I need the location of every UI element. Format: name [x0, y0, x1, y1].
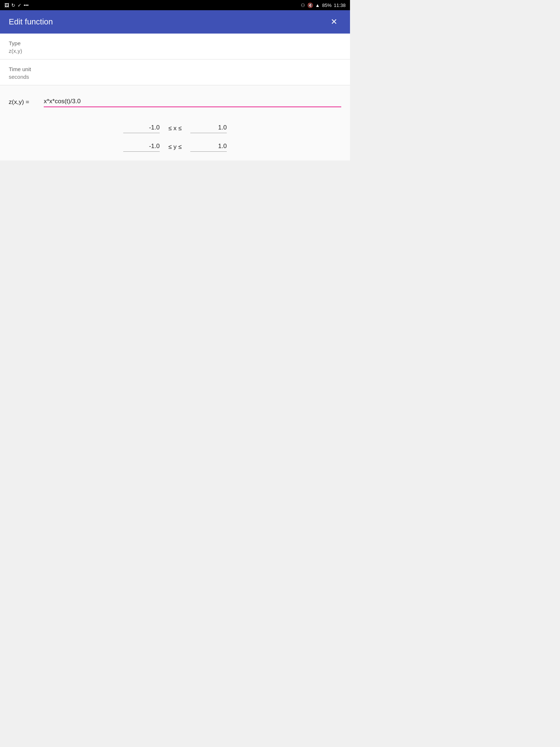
- mute-icon: 🔇: [307, 3, 313, 8]
- type-label: Type: [9, 40, 341, 46]
- time-label: 11:38: [334, 3, 346, 8]
- overflow-icon: •••: [24, 3, 29, 8]
- status-bar-right: ⚇ 🔇 ▲ 85% 11:38: [301, 3, 346, 8]
- y-range-row: ≤ y ≤: [9, 142, 341, 152]
- function-input[interactable]: [44, 97, 341, 107]
- type-value: z(x,y): [9, 48, 341, 54]
- y-min-input[interactable]: [123, 142, 160, 152]
- gallery-icon: 🖼: [4, 3, 9, 8]
- app-bar-title: Edit function: [9, 17, 53, 27]
- function-label: z(x,y) =: [9, 98, 38, 106]
- type-section: Type z(x,y): [0, 34, 350, 59]
- time-unit-section: Time unit seconds: [0, 59, 350, 85]
- x-min-input[interactable]: [123, 123, 160, 133]
- function-section: z(x,y) =: [0, 85, 350, 117]
- y-operator: ≤ y ≤: [164, 143, 186, 151]
- x-max-input[interactable]: [190, 123, 227, 133]
- close-icon: ✕: [331, 17, 337, 27]
- status-bar: 🖼 ↻ ✓ ••• ⚇ 🔇 ▲ 85% 11:38: [0, 0, 350, 10]
- sync-icon: ↻: [11, 3, 15, 8]
- content: Type z(x,y) Time unit seconds z(x,y) = ≤…: [0, 34, 350, 160]
- range-section: ≤ x ≤ ≤ y ≤: [0, 117, 350, 160]
- close-button[interactable]: ✕: [327, 15, 341, 29]
- page-body: [0, 160, 350, 416]
- y-max-input[interactable]: [190, 142, 227, 152]
- battery-label: 85%: [322, 3, 331, 8]
- app-bar: Edit function ✕: [0, 10, 350, 34]
- function-row: z(x,y) =: [9, 97, 341, 107]
- check-icon: ✓: [18, 3, 22, 8]
- bluetooth-icon: ⚇: [301, 3, 305, 8]
- signal-icon: ▲: [315, 3, 320, 8]
- time-unit-value: seconds: [9, 74, 341, 80]
- time-unit-label: Time unit: [9, 66, 341, 72]
- x-operator: ≤ x ≤: [164, 125, 186, 132]
- x-range-row: ≤ x ≤: [9, 123, 341, 133]
- status-bar-left: 🖼 ↻ ✓ •••: [4, 3, 29, 8]
